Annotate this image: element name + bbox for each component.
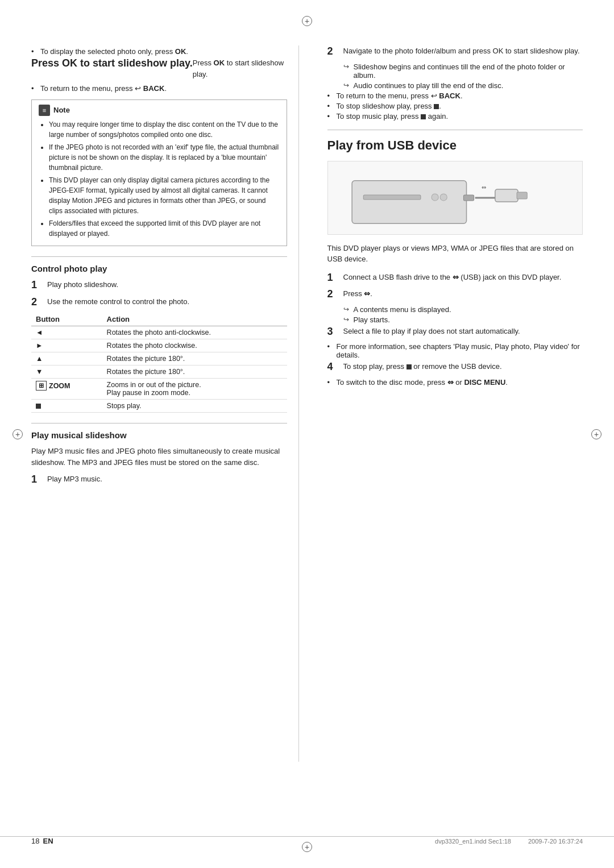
- step-3-slideshow: Press OK to start slideshow play. Press …: [31, 57, 287, 80]
- table-row: ◄ Rotates the photo anti-clockwise.: [31, 326, 287, 339]
- usb-step-1: 1 Connect a USB flash drive to the ⇔ (US…: [327, 272, 583, 284]
- table-cell-action: Rotates the photo anti-clockwise.: [102, 326, 287, 339]
- bullet-return-menu: • To return to the menu, press ↩ BACK.: [31, 84, 287, 93]
- usb-step-3-bullet: • For more information, see chapters 'Pl…: [327, 342, 583, 359]
- right-step-2: 2 Navigate to the photo folder/album and…: [327, 45, 583, 58]
- bullet-dot3: •: [327, 92, 337, 100]
- musical-step-1-text: Play MP3 music.: [47, 474, 287, 485]
- sub-bullet-audio-text: Audio continues to play till the end of …: [354, 81, 504, 90]
- bullet-dot5: •: [327, 112, 337, 121]
- arrow-icon-4: ↪: [343, 315, 354, 323]
- table-cell-button-zoom: ⊞ ZOOM: [31, 379, 102, 400]
- right-column: 2 Navigate to the photo folder/album and…: [322, 45, 583, 762]
- note-header: ≡ Note: [39, 105, 280, 116]
- dvd-player-svg: ⇔: [341, 161, 570, 234]
- content-columns: • To display the selected photo only, pr…: [0, 0, 614, 796]
- svg-point-2: [432, 194, 438, 201]
- bullet-dot2: •: [31, 84, 40, 93]
- right-step-num-2: 2: [327, 45, 343, 58]
- usb-step-2: 2 Press ⇔.: [327, 288, 583, 301]
- ok-label: OK: [175, 47, 186, 56]
- control-step-2: 2 Use the remote control to control the …: [31, 296, 287, 309]
- bullet-dot6: •: [327, 342, 337, 359]
- step-num-3: Press OK to start slideshow play.: [31, 57, 193, 70]
- usb-sub-contents-text: A contents menu is displayed.: [354, 305, 451, 314]
- right-step-2-text: Navigate to the photo folder/album and p…: [343, 45, 583, 57]
- top-continuation: • To display the selected photo only, pr…: [31, 47, 287, 93]
- usb-step-4-bullet-text: To switch to the disc mode, press ⇔ or D…: [337, 378, 508, 387]
- note-item-4: Folders/files that exceed the supported …: [49, 218, 280, 239]
- usb-section-heading: Play from USB device: [327, 130, 583, 153]
- play-musical-description: Play MP3 music files and JPEG photo file…: [31, 446, 287, 468]
- bullet-display-photo: • To display the selected photo only, pr…: [31, 47, 287, 56]
- zoom-badge: ⊞: [36, 381, 47, 391]
- table-row: ⊞ ZOOM Zooms in or out of the picture.Pl…: [31, 379, 287, 400]
- step-3-text: Press OK to start slideshow play.: [193, 57, 287, 80]
- table-cell-action: Rotates the picture 180°.: [102, 352, 287, 366]
- control-step-1-text: Play photo slideshow.: [47, 279, 287, 290]
- usb-step-num-3: 3: [327, 326, 343, 338]
- stop-icon-2: [434, 104, 439, 109]
- footer-file: dvp3320_en1.indd Sec1:18: [435, 838, 511, 845]
- section-divider-2: [31, 423, 287, 423]
- table-cell-button: ►: [31, 339, 102, 352]
- stop-icon-4: [406, 364, 412, 369]
- usb-step-num-1: 1: [327, 272, 343, 284]
- table-row: ▲ Rotates the picture 180°.: [31, 352, 287, 366]
- note-label: Note: [53, 105, 70, 116]
- bullet-stop-music-text: To stop music play, press again.: [337, 112, 449, 121]
- bullet-stop-music: • To stop music play, press again.: [327, 112, 583, 121]
- page-number: 18: [31, 837, 39, 845]
- section-divider-1: [31, 256, 287, 257]
- bullet-return-text: To return to the menu, press ↩ BACK.: [40, 84, 167, 93]
- note-item-3: This DVD player can only display digital…: [49, 175, 280, 216]
- control-step-num-1: 1: [31, 279, 47, 292]
- usb-step-num-2: 2: [327, 288, 343, 301]
- usb-description: This DVD player plays or views MP3, WMA …: [327, 243, 583, 265]
- usb-sub-play: ↪ Play starts.: [343, 315, 583, 324]
- bullet-dot: •: [31, 47, 40, 56]
- svg-rect-1: [363, 195, 421, 200]
- sub-bullet-slideshow-text: Slideshow begins and continues till the …: [354, 63, 583, 80]
- bullet-display-photo-text: To display the selected photo only, pres…: [40, 47, 188, 56]
- bullet-stop-slideshow: • To stop slideshow play, press .: [327, 102, 583, 110]
- control-photo-heading: Control photo play: [31, 264, 287, 273]
- svg-text:⇔: ⇔: [482, 184, 486, 190]
- control-step-1: 1 Play photo slideshow.: [31, 279, 287, 292]
- note-icon: ≡: [39, 105, 50, 116]
- note-item-1: You may require longer time to display t…: [49, 119, 280, 140]
- table-row: ▼ Rotates the picture 180°.: [31, 366, 287, 379]
- usb-step-1-text: Connect a USB flash drive to the ⇔ (USB)…: [343, 272, 583, 283]
- table-cell-button-stop: [31, 400, 102, 413]
- sub-bullet-slideshow: ↪ Slideshow begins and continues till th…: [343, 63, 583, 80]
- bullet-return: • To return to the menu, press ↩ BACK.: [327, 92, 583, 100]
- button-action-table: Button Action ◄ Rotates the photo anti-c…: [31, 313, 287, 413]
- note-item-2: If the JPEG photo is not recorded with a…: [49, 142, 280, 173]
- usb-step-2-text: Press ⇔.: [343, 288, 583, 300]
- svg-rect-0: [352, 180, 466, 223]
- page: • To display the selected photo only, pr…: [0, 0, 614, 868]
- arrow-icon-2: ↪: [343, 81, 354, 89]
- zoom-label: ZOOM: [49, 382, 70, 390]
- usb-sub-play-text: Play starts.: [354, 315, 390, 324]
- usb-symbol: ⇔: [453, 273, 459, 281]
- stop-icon-3: [421, 114, 426, 119]
- table-cell-action: Rotates the picture 180°.: [102, 366, 287, 379]
- table-cell-action-zoom: Zooms in or out of the picture.Play paus…: [102, 379, 287, 400]
- table-cell-button: ▲: [31, 352, 102, 366]
- svg-rect-7: [517, 192, 527, 199]
- svg-rect-4: [463, 195, 474, 201]
- table-header-button: Button: [31, 313, 102, 326]
- control-step-2-text: Use the remote control to control the ph…: [47, 296, 287, 308]
- musical-step-num-1: 1: [31, 474, 47, 486]
- left-column: • To display the selected photo only, pr…: [31, 45, 299, 762]
- bullet-return-text-2: To return to the menu, press ↩ BACK.: [337, 92, 463, 100]
- control-step-num-2: 2: [31, 296, 47, 309]
- table-cell-action: Rotates the photo clockwise.: [102, 339, 287, 352]
- usb-step-4-text: To stop play, press or remove the USB de…: [343, 361, 583, 372]
- usb-step-3-text: Select a file to play if play does not s…: [343, 326, 583, 337]
- bullet-stop-slideshow-text: To stop slideshow play, press .: [337, 102, 441, 110]
- note-box: ≡ Note You may require longer time to di…: [31, 99, 287, 246]
- arrow-icon: ↪: [343, 63, 354, 70]
- table-cell-button: ◄: [31, 326, 102, 339]
